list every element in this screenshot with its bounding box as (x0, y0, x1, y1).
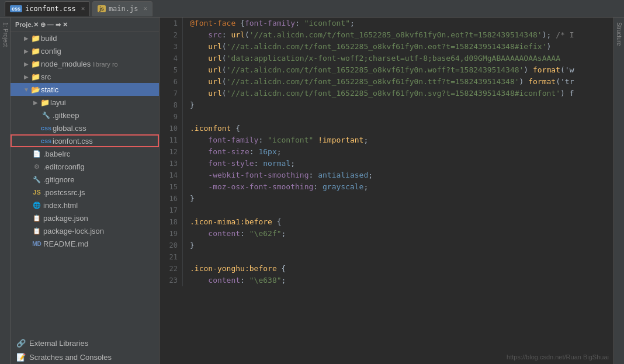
sidebar-item-gitkeep[interactable]: 🔧 .gitkeep (11, 109, 159, 122)
sidebar-tree: ▶ 📁 build ▶ 📁 config ▶ 📁 node_modules li… (11, 32, 159, 336)
code-container[interactable]: 1@font-face {font-family: "iconfont";2 s… (160, 18, 613, 364)
folder-arrow-config: ▶ (22, 48, 30, 54)
label-package-lock-json: package-lock.json (43, 227, 104, 235)
code-line-13: 13 font-style: normal; (160, 158, 613, 169)
code-line-4: 4 url('data:application/x-font-woff2;cha… (160, 53, 613, 64)
line-content-15: -moz-osx-font-smoothing: grayscale; (183, 181, 613, 193)
line-number-6: 6 (160, 76, 183, 88)
label-gitignore: .gitignore (43, 175, 74, 184)
tab-iconfont-css-label: iconfont.css (25, 5, 76, 13)
line-content-18: .icon-mima1:before { (183, 216, 613, 228)
line-content-21 (183, 251, 613, 263)
line-number-4: 4 (160, 53, 183, 64)
watermark: https://blog.csdn.net/Ruan BigShuai (507, 353, 609, 360)
sidebar-item-external-libraries[interactable]: 🔗 External Libraries (11, 336, 159, 350)
line-content-13: font-style: normal; (183, 158, 613, 169)
code-line-11: 11 font-family: "iconfont" !important; (160, 134, 613, 146)
label-readme-md: README.md (43, 240, 88, 248)
sidebar-item-babelrc[interactable]: 📄 .babelrc (11, 147, 159, 160)
structure-panel-label[interactable]: Structure (615, 18, 623, 51)
code-line-17: 17 (160, 204, 613, 216)
line-number-11: 11 (160, 134, 183, 146)
sidebar-item-scratches[interactable]: 📝 Scratches and Consoles (11, 350, 159, 364)
css-icon: css (10, 5, 22, 12)
code-line-23: 23 content: "\e638"; (160, 275, 613, 286)
sidebar-item-package-json[interactable]: 📋 package.json (11, 212, 159, 224)
line-number-12: 12 (160, 146, 183, 158)
code-line-18: 18.icon-mima1:before { (160, 216, 613, 228)
line-content-8: } (183, 99, 613, 111)
sidebar-item-editorconfig[interactable]: ⚙ .editorconfig (11, 160, 159, 173)
line-content-3: url('//at.alicdn.com/t/font_1652285_o8kv… (183, 41, 613, 53)
code-line-8: 8} (160, 99, 613, 111)
sidebar-item-layui[interactable]: ▶ 📁 layui (11, 96, 159, 109)
sidebar-item-src[interactable]: ▶ 📁 src (11, 70, 159, 83)
file-icon-postcssrc: JS (30, 189, 43, 196)
line-number-1: 1 (160, 18, 183, 29)
tab-main-js[interactable]: js main.js ✕ (92, 1, 152, 16)
folder-icon-config: 📁 (30, 47, 41, 56)
folder-icon-src: 📁 (30, 72, 41, 81)
line-content-11: font-family: "iconfont" !important; (183, 134, 613, 146)
file-icon-index-html: 🌐 (30, 202, 43, 209)
line-number-13: 13 (160, 158, 183, 169)
sidebar-item-postcssrc[interactable]: JS .postcssrc.js (11, 186, 159, 199)
line-number-22: 22 (160, 263, 183, 275)
line-number-17: 17 (160, 204, 183, 216)
tab-iconfont-css[interactable]: css iconfont.css ✕ (5, 1, 90, 16)
sidebar-item-index-html[interactable]: 🌐 index.html (11, 199, 159, 212)
file-icon-editorconfig: ⚙ (30, 163, 43, 171)
tab-main-js-close[interactable]: ✕ (143, 5, 147, 12)
left-panel: 1: Project (0, 18, 11, 364)
line-number-5: 5 (160, 64, 183, 76)
code-line-6: 6 url('//at.alicdn.com/t/font_1652285_o8… (160, 76, 613, 88)
sidebar-item-config[interactable]: ▶ 📁 config (11, 44, 159, 57)
line-content-20: } (183, 240, 613, 251)
sidebar-item-iconfont-css[interactable]: css iconfont.css (11, 134, 159, 147)
line-content-1: @font-face {font-family: "iconfont"; (183, 18, 613, 29)
sidebar-item-global-css[interactable]: css global.css (11, 122, 159, 134)
label-src: src (41, 72, 51, 81)
code-line-3: 3 url('//at.alicdn.com/t/font_1652285_o8… (160, 41, 613, 53)
tab-bar: css iconfont.css ✕ js main.js ✕ (0, 0, 624, 18)
line-number-9: 9 (160, 111, 183, 123)
sidebar-header: Proje.✕ ⊕ — ➡ ✕ (11, 18, 159, 32)
code-line-21: 21 (160, 251, 613, 263)
sidebar-item-static[interactable]: ▼ 📂 static (11, 83, 159, 96)
line-content-7: url('//at.alicdn.com/t/font_1652285_o8kv… (183, 88, 613, 99)
folder-arrow-layui: ▶ (32, 99, 40, 106)
line-content-17 (183, 204, 613, 216)
js-icon: js (98, 5, 106, 12)
code-line-2: 2 src: url('//at.alicdn.com/t/font_16522… (160, 29, 613, 41)
folder-icon-node-modules: 📁 (30, 60, 41, 68)
project-panel-label[interactable]: 1: Project (0, 18, 10, 51)
sidebar-item-build[interactable]: ▶ 📁 build (11, 32, 159, 44)
label-static: static (41, 85, 58, 94)
scratches-label: Scratches and Consoles (29, 353, 112, 362)
sidebar-item-gitignore[interactable]: 🔧 .gitignore (11, 173, 159, 186)
line-content-12: font-size: 16px; (183, 146, 613, 158)
line-content-4: url('data:application/x-font-woff2;chars… (183, 53, 613, 64)
file-icon-babelrc: 📄 (30, 150, 43, 158)
folder-arrow-src: ▶ (22, 74, 30, 80)
folder-arrow-static: ▼ (22, 86, 30, 93)
file-icon-global-css: css (40, 124, 53, 131)
sidebar-item-readme-md[interactable]: MD README.md (11, 237, 159, 250)
label-package-json: package.json (43, 214, 88, 223)
tab-iconfont-css-close[interactable]: ✕ (81, 5, 85, 12)
label-postcssrc: .postcssrc.js (43, 188, 85, 197)
folder-arrow-node-modules: ▶ (22, 61, 30, 67)
sidebar-item-node-modules[interactable]: ▶ 📁 node_modules library ro (11, 57, 159, 70)
label-editorconfig: .editorconfig (43, 162, 85, 171)
line-number-3: 3 (160, 41, 183, 53)
line-number-15: 15 (160, 181, 183, 193)
code-lines: 1@font-face {font-family: "iconfont";2 s… (160, 18, 613, 286)
line-number-20: 20 (160, 240, 183, 251)
code-line-9: 9 (160, 111, 613, 123)
editor-area: 1@font-face {font-family: "iconfont";2 s… (160, 18, 613, 364)
folder-icon-layui: 📁 (40, 98, 50, 107)
sidebar-item-package-lock-json[interactable]: 📋 package-lock.json (11, 224, 159, 237)
line-content-23: content: "\e638"; (183, 275, 613, 286)
tab-main-js-label: main.js (109, 5, 138, 13)
line-number-10: 10 (160, 123, 183, 134)
